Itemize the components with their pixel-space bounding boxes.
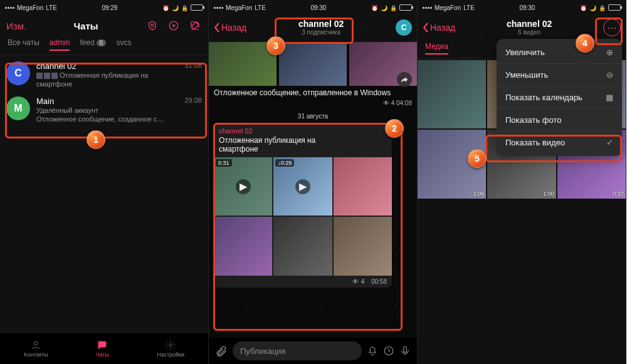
forward-button[interactable] <box>397 72 412 87</box>
clock: 09:29 <box>102 4 117 11</box>
menu-zoom-out[interactable]: Уменьшить⊖ <box>497 63 622 86</box>
chat-date: 31.08 <box>184 61 202 71</box>
composer-bar: Публикация <box>209 338 417 364</box>
screen-media: MegaFon LTE 09:30 Назад channel 02 6 вид… <box>418 0 626 364</box>
tab-admin[interactable]: admin <box>50 38 70 51</box>
post-meta: 👁 4 00:58 <box>214 276 392 288</box>
settings-icon <box>164 340 177 351</box>
menu-zoom-in[interactable]: Увеличить⊕ <box>497 41 622 63</box>
screen-chats: MegaFon LTE 09:29 Изм. Чаты <box>0 0 209 364</box>
svg-point-3 <box>169 343 172 346</box>
silent-icon[interactable] <box>367 345 378 356</box>
signal-icon <box>5 7 14 9</box>
attach-icon[interactable] <box>215 345 228 357</box>
svg-point-0 <box>151 24 154 26</box>
options-menu: Увеличить⊕ Уменьшить⊖ Показать календарь… <box>497 39 622 156</box>
menu-show-photo[interactable]: Показать фото <box>497 108 622 131</box>
tab-all[interactable]: Все чаты <box>8 38 40 51</box>
tab-feed[interactable]: feed6 <box>80 38 106 51</box>
svg-point-2 <box>34 341 38 345</box>
status-bar: MegaFon LTE 09:30 <box>209 0 417 13</box>
moon-icon <box>381 4 387 11</box>
back-button[interactable]: Назад <box>423 23 455 33</box>
proxy-icon[interactable] <box>145 19 159 33</box>
play-icon: ▶ <box>214 157 272 216</box>
chat-preview-line1: Удалённый аккаунт <box>36 106 202 115</box>
channel-avatar[interactable]: C <box>396 19 412 36</box>
screen-channel: MegaFon LTE 09:30 Назад channel 02 3 под… <box>209 0 418 364</box>
main-header: Изм. Чаты <box>0 13 208 38</box>
composer-placeholder: Публикация <box>240 346 286 356</box>
media-thumb[interactable]: 0:29▶ <box>273 157 332 216</box>
channel-subtitle: 3 подписчика <box>298 29 344 36</box>
media-thumb[interactable] <box>214 217 272 275</box>
composer-input[interactable]: Публикация <box>233 341 362 360</box>
media-thumb[interactable] <box>334 217 392 275</box>
tab-media[interactable]: Медиа <box>425 42 448 55</box>
step-badge-2: 2 <box>385 119 404 138</box>
chat-item-main[interactable]: M Main29.08 Удалённый аккаунт Отложенное… <box>4 93 204 128</box>
alarm-icon <box>162 4 169 11</box>
carrier-label: MegaFon <box>226 4 252 11</box>
battery-icon <box>608 4 621 11</box>
mic-icon[interactable] <box>399 345 411 356</box>
back-button[interactable]: Назад <box>214 23 246 33</box>
new-channel-icon[interactable] <box>167 19 181 33</box>
chat-date: 29.08 <box>184 96 202 106</box>
step-badge-5: 5 <box>468 149 487 168</box>
gallery-item[interactable] <box>418 60 486 128</box>
lock-icon <box>181 4 188 11</box>
media-thumb[interactable] <box>334 157 392 216</box>
channel-title-block[interactable]: channel 02 3 подписчика <box>298 19 344 36</box>
tabbar-contacts[interactable]: Контакты <box>24 340 48 358</box>
chat-name: Main <box>36 96 54 106</box>
more-button[interactable]: ⋯ <box>603 19 621 36</box>
lock-icon <box>599 4 606 11</box>
channel-header: Назад channel 02 3 подписчика C <box>209 13 417 42</box>
signal-icon <box>214 7 223 9</box>
contacts-icon <box>29 340 42 351</box>
battery-icon <box>191 4 203 11</box>
post-media-grid: 0:31▶ 0:29▶ <box>214 157 392 276</box>
schedule-icon[interactable] <box>383 345 394 356</box>
media-title-block: channel 02 6 видео <box>507 19 552 36</box>
post-text: Отложенная публикация насмартфоне <box>214 136 392 157</box>
tabbar-settings[interactable]: Настройки <box>157 340 184 358</box>
media-thumb[interactable]: 0:31▶ <box>214 157 272 216</box>
check-icon: ✓ <box>606 138 613 147</box>
network-label: LTE <box>255 4 266 11</box>
tab-svcs[interactable]: svcs <box>116 38 131 51</box>
tabbar-chats[interactable]: Чаты <box>96 340 109 358</box>
plus-magnify-icon: ⊕ <box>606 48 613 57</box>
carrier-label: MegaFon <box>435 4 461 11</box>
alarm-icon <box>580 4 587 11</box>
minus-magnify-icon: ⊖ <box>606 70 613 80</box>
menu-calendar[interactable]: Показать календарь▦ <box>497 86 622 108</box>
folder-tabs: Все чаты admin feed6 svcs <box>0 38 208 55</box>
page-title: Чаты <box>74 21 98 31</box>
chat-list: C channel 0231.08 Отложенная публикация … <box>0 55 208 130</box>
media-thumb[interactable] <box>273 217 332 275</box>
step-badge-3: 3 <box>266 36 285 55</box>
chat-name: channel 02 <box>36 61 76 71</box>
bottom-tabbar: Контакты Чаты Настройки <box>0 332 208 364</box>
compose-icon[interactable] <box>188 19 202 33</box>
step-badge-4: 4 <box>576 34 594 53</box>
menu-show-video[interactable]: Показать видео✓ <box>497 131 622 153</box>
signal-icon <box>423 7 432 9</box>
chats-icon <box>96 340 108 351</box>
scheduled-post-card[interactable]: channel 02 Отложенная публикация насмарт… <box>214 123 392 288</box>
clock: 09:30 <box>310 4 326 11</box>
lock-icon <box>390 4 397 11</box>
channel-title: channel 02 <box>298 19 344 29</box>
message-media-album[interactable] <box>209 42 417 86</box>
edit-button[interactable]: Изм. <box>6 21 26 31</box>
messages-area[interactable]: Отложенное сообщение, отправленное в Win… <box>209 42 417 340</box>
date-separator: 31 августа <box>209 110 417 122</box>
chat-item-channel02[interactable]: C channel 0231.08 Отложенная публикация … <box>4 58 204 93</box>
svg-rect-5 <box>404 346 407 352</box>
step-badge-1: 1 <box>87 130 105 149</box>
status-bar: MegaFon LTE 09:29 <box>0 0 208 13</box>
network-label: LTE <box>46 4 57 11</box>
battery-icon <box>399 4 412 11</box>
